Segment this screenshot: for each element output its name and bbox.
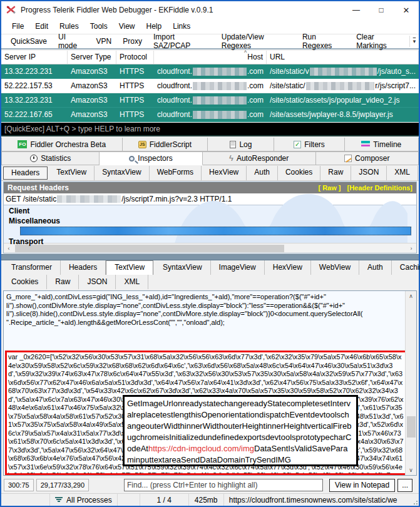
request-tab-raw[interactable]: Raw bbox=[320, 166, 351, 180]
cell-server-type: AmazonS3 bbox=[68, 110, 116, 119]
request-tab-cookies[interactable]: Cookies bbox=[278, 166, 320, 180]
quickexec-bar[interactable]: [QuickExec] ALT+Q > type HELP to learn m… bbox=[1, 123, 419, 136]
menu-links[interactable]: Links bbox=[167, 22, 196, 31]
response-tab-transformer[interactable]: Transformer bbox=[3, 260, 61, 275]
request-tab-xml[interactable]: XML bbox=[387, 166, 418, 180]
titlebar: Progress Telerik Fiddler Web Debugger - … bbox=[1, 1, 419, 19]
toolbar-proxy[interactable]: Proxy bbox=[117, 37, 148, 46]
cell-server-type: AmazonS3 bbox=[68, 81, 116, 90]
toolbar-clear-markings[interactable]: Clear Markings bbox=[351, 33, 409, 50]
session-count: 1 / 4 bbox=[140, 494, 189, 506]
request-line[interactable]: GET /site/static /js/script7.min.js?v=2.… bbox=[4, 193, 416, 205]
process-filter[interactable]: All Processes bbox=[50, 494, 118, 506]
maximize-button[interactable]: □ bbox=[369, 1, 394, 19]
menu-rules[interactable]: Rules bbox=[54, 22, 85, 31]
request-tab-auth[interactable]: Auth bbox=[247, 166, 278, 180]
cell-protocol: HTTPS bbox=[116, 67, 154, 76]
cell-server-ip: 13.32.223.231 bbox=[1, 67, 68, 76]
tab-autoresponder[interactable]: ϟ AutoResponder bbox=[203, 151, 316, 165]
session-row-4[interactable]: 52.222.167.65 AmazonS3 HTTPS cloudfront.… bbox=[1, 108, 419, 122]
cell-server-type: AmazonS3 bbox=[68, 67, 116, 76]
request-tab-webforms[interactable]: WebForms bbox=[150, 166, 202, 180]
toolbar-ui-mode[interactable]: UI mode bbox=[53, 33, 91, 50]
memory-usage: 425mb bbox=[189, 494, 224, 506]
tab-fiddlerscript[interactable]: JS FiddlerScript bbox=[123, 138, 208, 151]
close-button[interactable]: ✕ bbox=[394, 1, 419, 19]
response-tab-textview[interactable]: TextView bbox=[106, 260, 153, 275]
tab-log[interactable]: Log bbox=[208, 138, 274, 151]
scroll-right-icon[interactable]: › bbox=[406, 245, 416, 252]
header-definitions-link[interactable]: [Header Definitions] bbox=[347, 184, 412, 192]
tab-statistics[interactable]: Statistics bbox=[1, 151, 100, 165]
toolbar-quicksave[interactable]: QuickSave bbox=[5, 37, 53, 46]
cell-server-ip: 13.32.223.231 bbox=[1, 96, 68, 105]
request-tab-json[interactable]: JSON bbox=[351, 166, 387, 180]
cell-url: /site/static/assets/js/popular_video_2.j… bbox=[267, 96, 419, 105]
status-bar: All Processes 1 / 4 425mb https://cloudf… bbox=[1, 493, 419, 506]
tab-inspectors[interactable]: Inspectors bbox=[100, 151, 202, 165]
response-tab-json[interactable]: JSON bbox=[79, 275, 116, 289]
toolbar-run-regexes[interactable]: Run Regexes bbox=[297, 33, 351, 50]
tab-composer[interactable]: Composer bbox=[316, 151, 419, 165]
scroll-down-icon[interactable]: ∨ bbox=[406, 465, 416, 475]
scroll-up-icon[interactable]: ∧ bbox=[406, 291, 416, 301]
more-options-button[interactable]: ... bbox=[397, 479, 412, 492]
toolbar-vpn[interactable]: VPN bbox=[91, 37, 118, 46]
request-tab-headers[interactable]: Headers bbox=[3, 166, 48, 180]
find-input[interactable] bbox=[124, 479, 323, 491]
selected-header-row-redacted[interactable] bbox=[20, 227, 411, 235]
menu-view[interactable]: View bbox=[113, 22, 141, 31]
minimize-button[interactable]: — bbox=[344, 1, 369, 19]
header-section-transport[interactable]: Transport bbox=[4, 236, 416, 246]
column-header-url[interactable]: URL bbox=[267, 51, 419, 64]
view-in-notepad-button[interactable]: View in Notepad bbox=[329, 479, 395, 492]
response-tab-webview[interactable]: WebView bbox=[311, 260, 359, 275]
request-tab-hexview[interactable]: HexView bbox=[202, 166, 247, 180]
session-row-1[interactable]: 13.32.223.231 AmazonS3 HTTPS cloudfront.… bbox=[1, 64, 419, 79]
response-script-text: G_more_"+ald),contDivLess=gid("ING_less_… bbox=[4, 291, 405, 327]
toolbar-import-saz-pcap[interactable]: Import SAZ/PCAP bbox=[148, 33, 216, 50]
request-tab-syntaxview[interactable]: SyntaxView bbox=[95, 166, 149, 180]
request-tab-textview[interactable]: TextView bbox=[49, 166, 95, 180]
response-tab-caching[interactable]: Caching bbox=[392, 260, 420, 275]
column-header-server-ip[interactable]: Server IP bbox=[1, 51, 68, 64]
host-suffix: .com bbox=[247, 81, 264, 90]
capture-status-cell[interactable] bbox=[1, 494, 50, 506]
session-list: Server IP Server Type Protocol Host URL … bbox=[1, 51, 419, 123]
response-tab-hexview[interactable]: HexView bbox=[265, 260, 311, 275]
column-header-server-type[interactable]: Server Type bbox=[68, 51, 116, 64]
menu-help[interactable]: Help bbox=[141, 22, 168, 31]
menu-tools[interactable]: Tools bbox=[85, 22, 113, 31]
response-tab-syntaxview[interactable]: SyntaxView bbox=[155, 260, 210, 275]
header-section-miscellaneous[interactable]: Miscellaneous bbox=[4, 215, 416, 225]
tab-label: AutoResponder bbox=[237, 154, 289, 163]
tab-filters[interactable]: ✓ Filters bbox=[274, 138, 344, 151]
response-vertical-scrollbar[interactable]: ∧ ∨ bbox=[405, 291, 416, 475]
response-textview-body[interactable]: G_more_"+ald),contDivLess=gid("ING_less_… bbox=[3, 290, 417, 476]
session-row-2-selected[interactable]: 52.222.157.53 AmazonS3 HTTPS cloudfront.… bbox=[1, 79, 419, 93]
tab-timeline[interactable]: Timeline bbox=[345, 138, 419, 151]
fiddler-app-icon bbox=[6, 5, 16, 15]
resize-grip[interactable] bbox=[413, 500, 418, 505]
scrollbar-thumb[interactable] bbox=[407, 416, 416, 438]
toolbar-update-view-regexes[interactable]: Update/View Regexes bbox=[216, 33, 297, 50]
menu-file[interactable]: File bbox=[6, 22, 29, 31]
raw-link[interactable]: [ Raw ] bbox=[318, 184, 341, 192]
response-tab-auth[interactable]: Auth bbox=[359, 260, 392, 275]
session-row-3[interactable]: 13.32.223.231 AmazonS3 HTTPS cloudfront.… bbox=[1, 93, 419, 108]
column-header-protocol[interactable]: Protocol bbox=[116, 51, 154, 64]
response-tab-xml[interactable]: XML bbox=[116, 275, 148, 289]
url-prefix: /site/static/v bbox=[270, 67, 309, 76]
response-tab-headers[interactable]: Headers bbox=[61, 260, 106, 275]
panel-splitter[interactable] bbox=[1, 254, 419, 260]
response-tab-imageview[interactable]: ImageView bbox=[211, 260, 265, 275]
scroll-left-icon[interactable]: ‹ bbox=[4, 245, 14, 252]
header-section-client[interactable]: Client bbox=[4, 205, 416, 215]
response-tab-cookies[interactable]: Cookies bbox=[3, 275, 47, 289]
host-prefix: cloudfront. bbox=[157, 81, 192, 90]
response-tab-raw[interactable]: Raw bbox=[47, 275, 79, 289]
column-header-host[interactable]: Host bbox=[154, 51, 267, 64]
tab-fiddler-orchestra[interactable]: FO Fiddler Orchestra Beta bbox=[1, 138, 123, 151]
menu-edit[interactable]: Edit bbox=[29, 22, 54, 31]
toolbar-overflow-icon[interactable]: ▾ bbox=[409, 36, 419, 47]
